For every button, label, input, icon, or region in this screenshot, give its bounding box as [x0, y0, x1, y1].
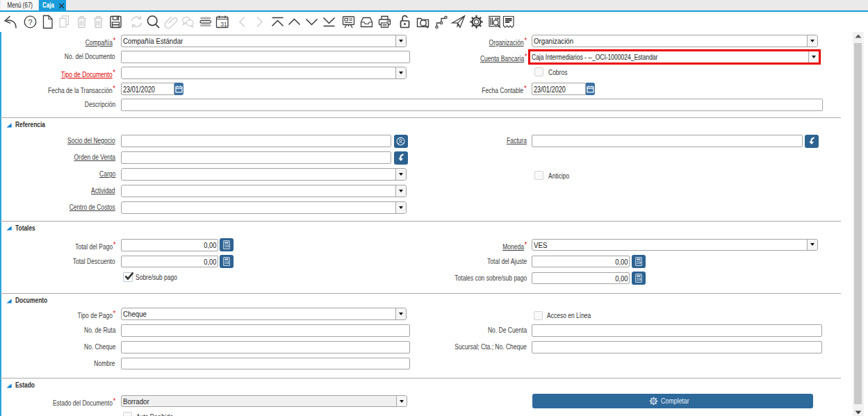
svg-text:31: 31	[220, 21, 227, 28]
svg-text:?: ?	[28, 18, 32, 26]
